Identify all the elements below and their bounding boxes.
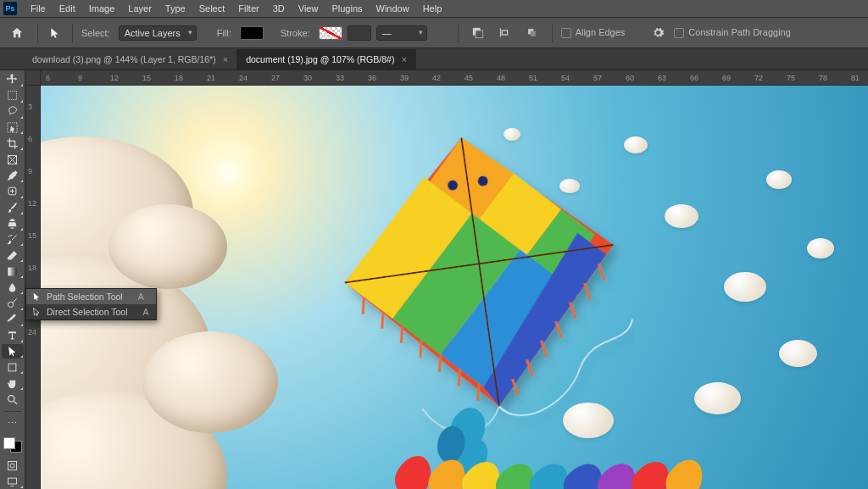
menu-layer[interactable]: Layer (121, 0, 159, 17)
canvas-image (766, 170, 792, 189)
canvas-image (665, 204, 698, 228)
canvas-image (190, 134, 266, 210)
tab-close-icon[interactable]: × (223, 54, 228, 64)
flyout-item-path-selection[interactable]: Path Selection ToolA (26, 289, 156, 304)
screen-mode-toggle[interactable] (2, 474, 24, 489)
svg-line-43 (599, 264, 605, 281)
separator (4, 411, 21, 412)
path-operations-icon[interactable] (467, 24, 489, 42)
fill-label: Fill: (217, 28, 231, 38)
flyout-item-direct-selection[interactable]: Direct Selection ToolA (26, 304, 156, 320)
canvas-image (724, 272, 766, 302)
fill-swatch[interactable] (240, 26, 264, 40)
menu-plugins[interactable]: Plugins (325, 0, 369, 17)
object-selection-tool[interactable] (2, 120, 24, 136)
menu-type[interactable]: Type (159, 0, 192, 17)
ruler-origin[interactable] (25, 70, 41, 86)
align-edges-checkbox[interactable] (561, 28, 571, 38)
lasso-tool[interactable] (2, 104, 24, 119)
eraser-tool[interactable] (2, 247, 24, 263)
menu-3d[interactable]: 3D (266, 0, 292, 17)
menu-view[interactable]: View (292, 0, 326, 17)
menu-window[interactable]: Window (370, 0, 416, 17)
home-button[interactable] (5, 23, 29, 43)
hand-tool[interactable] (2, 375, 24, 391)
select-dropdown[interactable]: Active Layers (119, 25, 197, 41)
svg-line-46 (556, 321, 562, 338)
frame-tool[interactable] (2, 152, 24, 167)
tool-flyout-menu: Path Selection ToolA Direct Selection To… (25, 288, 157, 320)
path-selection-icon[interactable] (47, 25, 64, 42)
constrain-checkbox[interactable] (674, 28, 684, 38)
canvas-image (807, 238, 834, 258)
svg-rect-14 (8, 267, 17, 275)
spot-healing-tool[interactable] (2, 184, 24, 199)
color-swatches[interactable] (3, 437, 22, 453)
separator (552, 24, 553, 42)
svg-rect-5 (531, 31, 536, 36)
tab-close-icon[interactable]: × (401, 54, 406, 64)
separator (72, 24, 73, 42)
gear-icon[interactable] (647, 24, 669, 42)
vertical-ruler[interactable]: 3691215182124 (25, 86, 41, 489)
svg-line-45 (570, 302, 576, 319)
edit-toolbar-button[interactable]: ⋯ (2, 416, 24, 431)
stroke-swatch[interactable] (319, 26, 342, 40)
document-canvas[interactable] (41, 86, 868, 489)
type-tool[interactable] (2, 328, 24, 343)
svg-line-36 (360, 297, 366, 314)
horizontal-ruler[interactable]: 6912151821242730333639424548515457606366… (41, 70, 868, 86)
menu-help[interactable]: Help (416, 0, 449, 17)
pen-tool[interactable] (2, 312, 24, 327)
canvas-image (142, 331, 278, 433)
move-tool[interactable] (2, 72, 24, 87)
menu-filter[interactable]: Filter (231, 0, 265, 17)
crop-tool[interactable] (2, 136, 24, 151)
menu-select[interactable]: Select (192, 0, 232, 17)
menu-bar: Ps File Edit Image Layer Type Select Fil… (0, 0, 868, 18)
shape-tool[interactable] (2, 359, 24, 375)
canvas-image (108, 204, 227, 289)
document-tab-bar: download (3).png @ 144% (Layer 1, RGB/16… (0, 48, 868, 70)
svg-line-44 (585, 283, 591, 300)
blur-tool[interactable] (2, 280, 24, 295)
align-edges-option[interactable]: Align Edges (561, 27, 626, 38)
stroke-label: Stroke: (281, 28, 310, 38)
app-icon: Ps (3, 2, 17, 15)
gradient-tool[interactable] (2, 264, 24, 279)
document-tab[interactable]: download (3).png @ 144% (Layer 1, RGB/16… (24, 49, 237, 69)
separator (458, 24, 459, 42)
work-area: ⋯ 69121518212427303336394245485154576063… (0, 70, 868, 489)
quick-mask-toggle[interactable] (2, 458, 24, 473)
canvas-image (329, 128, 634, 484)
clone-stamp-tool[interactable] (2, 216, 24, 231)
eyedropper-tool[interactable] (2, 168, 24, 183)
zoom-tool[interactable] (2, 392, 24, 407)
options-bar: Select: Active Layers Fill: Stroke: — Al… (0, 18, 868, 48)
document-tab[interactable]: document (19).jpg @ 107% (RGB/8#)× (237, 49, 416, 69)
marquee-tool[interactable] (2, 88, 24, 103)
stroke-style-dropdown[interactable]: — (376, 25, 427, 41)
history-brush-tool[interactable] (2, 232, 24, 247)
stroke-width[interactable] (348, 25, 371, 41)
svg-rect-6 (8, 92, 17, 100)
path-arrangement-icon[interactable] (521, 24, 543, 42)
canvas-image (694, 382, 741, 414)
select-label: Select: (81, 28, 110, 38)
menu-image[interactable]: Image (82, 0, 122, 17)
constrain-option[interactable]: Constrain Path Dragging (674, 27, 790, 38)
svg-rect-1 (476, 31, 483, 38)
canvas-image (779, 340, 817, 367)
separator (37, 24, 38, 42)
menu-edit[interactable]: Edit (53, 0, 82, 17)
path-selection-tool[interactable] (2, 344, 24, 359)
canvas-area: 6912151821242730333639424548515457606366… (25, 70, 868, 489)
tool-bar: ⋯ (0, 70, 25, 489)
menu-file[interactable]: File (24, 0, 53, 17)
svg-line-19 (14, 401, 17, 404)
dodge-tool[interactable] (2, 296, 24, 311)
path-alignment-icon[interactable] (494, 24, 516, 42)
brush-tool[interactable] (2, 200, 24, 215)
foreground-color-swatch[interactable] (3, 437, 15, 449)
svg-rect-22 (8, 478, 17, 484)
